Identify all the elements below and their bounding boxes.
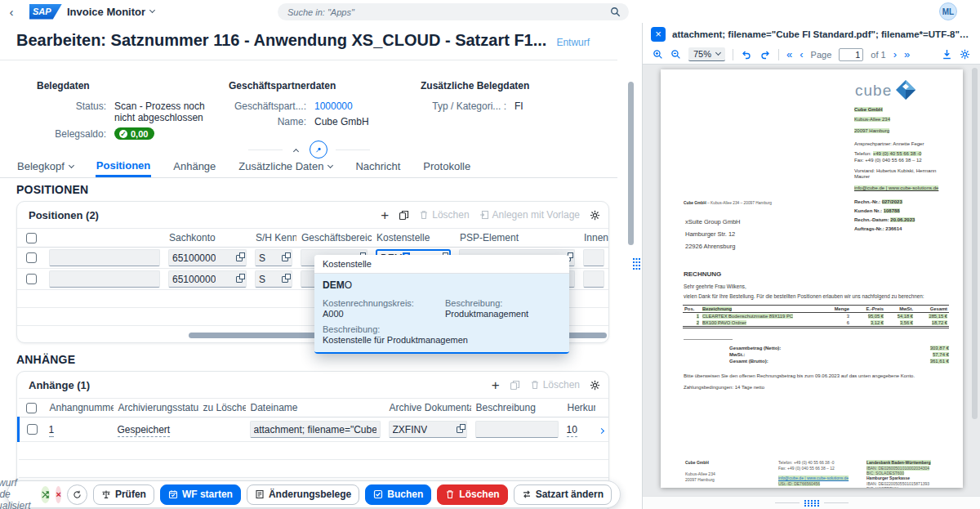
vertical-scrollbar[interactable] <box>628 82 634 245</box>
innenauftrag-input[interactable] <box>583 249 604 266</box>
pdf-toolbar: 75% « ‹ Page of 1 › » <box>643 45 980 65</box>
value-help-icon[interactable] <box>282 276 288 283</box>
col-psp-element: PSP-Element <box>455 229 579 248</box>
previous-page-icon[interactable]: ‹ <box>800 49 803 60</box>
status-value[interactable]: Gespeichert <box>118 424 171 437</box>
zoom-in-icon[interactable] <box>653 49 663 60</box>
attachment-row[interactable]: 1 Gespeichert attachment; filename="Cube… <box>19 417 609 442</box>
select-all-checkbox[interactable] <box>26 403 37 413</box>
delete-rows-button[interactable]: Löschen <box>419 209 469 221</box>
zoom-level-select[interactable]: 75% <box>688 47 725 61</box>
post-check-icon <box>373 489 383 499</box>
row-checkbox[interactable] <box>26 252 37 263</box>
copy-icon <box>510 380 520 391</box>
value-help-icon[interactable] <box>457 426 463 433</box>
beschreibung-input[interactable] <box>475 421 559 438</box>
value-help-icon[interactable] <box>282 255 288 261</box>
rotate-left-icon[interactable] <box>741 49 752 60</box>
anhangnummer-value[interactable]: 1 <box>49 424 55 437</box>
aenderungsbelege-button[interactable]: Änderungsbelege <box>247 484 359 505</box>
pdf-vertical-scrollbar[interactable] <box>972 68 978 419</box>
partner-link[interactable]: 1000000 <box>314 100 353 112</box>
row-checkbox[interactable] <box>27 424 38 435</box>
popup-field-label: Kostenrechnungskreis: <box>323 298 445 308</box>
dokumentart-input[interactable]: ZXFINV <box>389 421 467 438</box>
tab-protokolle[interactable]: Protokolle <box>422 155 471 177</box>
shell-search[interactable] <box>278 3 629 20</box>
addressee-name: xSuite Group GmbH <box>685 218 741 225</box>
sh-kennz-input[interactable]: S <box>255 249 292 266</box>
search-input[interactable] <box>286 7 610 18</box>
tab-nachricht[interactable]: Nachricht <box>354 155 401 177</box>
satzart-aendern-button[interactable]: Satzart ändern <box>514 484 612 505</box>
invoice-intro: vielen Dank für Ihre Bestellung. Für die… <box>684 293 924 299</box>
search-icon[interactable] <box>610 7 621 17</box>
select-all-checkbox[interactable] <box>26 233 37 243</box>
draft-status-text: Entwurf wurde aktualisiert <box>0 477 30 509</box>
buchen-button[interactable]: Buchen <box>365 484 431 505</box>
table-settings-button[interactable] <box>590 210 600 221</box>
zoom-out-icon[interactable] <box>670 49 681 60</box>
next-page-icon[interactable]: › <box>893 49 897 60</box>
value-help-icon[interactable] <box>236 276 243 283</box>
footer-bank1: Landesbank Baden-Württemberg <box>866 460 931 465</box>
copy-button[interactable] <box>510 380 520 391</box>
last-page-icon[interactable]: » <box>904 49 910 60</box>
splitter-grip-icon[interactable] <box>804 500 819 507</box>
page-number-input[interactable] <box>839 48 863 61</box>
gear-icon[interactable] <box>960 49 970 60</box>
addressee-street: Hamburger Str. 12 <box>685 230 735 238</box>
group-heading: Zusätzliche Belegdaten <box>421 80 529 92</box>
pdf-viewer-area[interactable]: cube Cube GmbH Kubus-Allee 234 20097 Ham… <box>643 65 980 496</box>
refresh-button[interactable] <box>67 484 87 505</box>
invoice-board: Vorstand: Hubertus Kubiski, Hermann Maur… <box>854 168 952 179</box>
delete-attachment-button[interactable]: Löschen <box>530 379 580 391</box>
innenauftrag-input[interactable] <box>583 270 604 288</box>
row-navigation-icon[interactable] <box>598 427 604 433</box>
position-field[interactable] <box>49 249 160 266</box>
wf-starten-button[interactable]: WF starten <box>160 484 241 505</box>
position-field[interactable] <box>49 270 160 288</box>
close-viewer-button[interactable]: × <box>651 27 666 42</box>
loeschen-button[interactable]: Löschen <box>437 484 507 505</box>
tab-anhaenge[interactable]: Anhänge <box>172 155 216 177</box>
addressee-city: 22926 Ahrensburg <box>685 243 735 250</box>
create-with-template-button[interactable]: Anlegen mit Vorlage <box>479 209 580 221</box>
app-title-menu[interactable]: Invoice Monitor <box>67 6 154 18</box>
name-value: Cube GmbH <box>314 116 369 127</box>
invoice-salutation: Sehr geehrte Frau Wilkens, <box>684 284 746 289</box>
footer-fax: Fax: +49 (0) 040 55 66 38 – 12 <box>778 466 835 471</box>
col-sh-kennz: S/H Kennz. <box>251 229 296 248</box>
first-page-icon[interactable]: « <box>786 49 792 60</box>
sender-company: Cube GmbH <box>684 201 706 205</box>
herkunft-value[interactable]: 10 <box>567 424 577 437</box>
back-icon[interactable]: ‹ <box>0 5 23 19</box>
sachkonto-input[interactable]: 65100000 <box>168 249 247 266</box>
pruefen-button[interactable]: Prüfen <box>93 484 154 505</box>
tab-belegkopf[interactable]: Belegkopf <box>16 155 74 177</box>
row-checkbox[interactable] <box>26 274 37 284</box>
divider <box>248 150 283 150</box>
dateiname-input[interactable]: attachment; filename="Cube FI ... <box>250 421 381 438</box>
suggestion-item[interactable]: DEMO Kostenrechnungskreis: A000 Beschrei… <box>314 274 569 352</box>
sh-kennz-input[interactable]: S <box>255 270 292 288</box>
tab-positionen[interactable]: Positionen <box>96 155 151 177</box>
chevron-down-icon <box>715 50 721 56</box>
col-sachkonto: Sachkonto <box>164 229 251 248</box>
col-zu-loeschen: zu Löschen <box>198 399 246 417</box>
add-attachment-button[interactable]: + <box>492 378 500 392</box>
table-settings-button[interactable] <box>590 380 600 391</box>
horizontal-splitter[interactable] <box>643 496 980 509</box>
add-row-button[interactable]: + <box>381 208 389 222</box>
download-icon[interactable] <box>942 49 952 60</box>
rotate-right-icon[interactable] <box>760 49 771 60</box>
trash-icon <box>445 489 455 499</box>
header-fields: Belegdaten Status: Scan - Prozess noch n… <box>37 80 529 144</box>
tab-zusaetzliche-daten[interactable]: Zusätzliche Daten <box>238 155 333 177</box>
popup-field-value: Produktmanagement <box>445 309 528 319</box>
sachkonto-input[interactable]: 65100000 <box>168 270 247 288</box>
copy-button[interactable] <box>399 210 409 221</box>
splitter-grip[interactable] <box>633 258 640 273</box>
avatar[interactable]: ML <box>939 2 957 20</box>
value-help-icon[interactable] <box>236 255 243 261</box>
